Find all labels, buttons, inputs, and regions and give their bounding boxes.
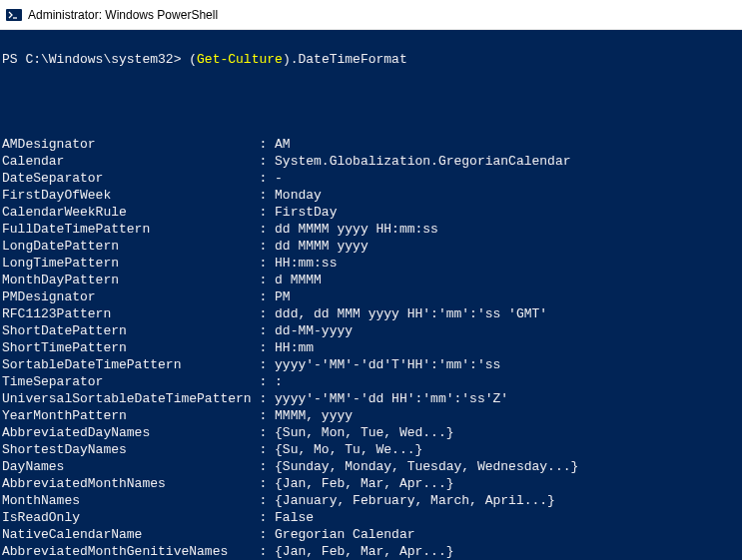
property-row: MonthNames : {January, February, March, … (2, 492, 740, 509)
property-value: MMMM, yyyy (275, 408, 353, 423)
property-value: ddd, dd MMM yyyy HH':'mm':'ss 'GMT' (275, 306, 547, 321)
property-row: TimeSeparator : : (2, 373, 740, 390)
property-value: False (275, 510, 314, 525)
property-name: RFC1123Pattern (2, 306, 259, 321)
property-row: DateSeparator : - (2, 170, 740, 187)
property-separator: : (259, 510, 275, 525)
property-separator: : (259, 544, 275, 559)
property-separator: : (259, 273, 275, 287)
property-separator: : (259, 408, 275, 423)
property-value: dd MMMM yyyy HH:mm:ss (275, 222, 438, 237)
window-titlebar[interactable]: Administrator: Windows PowerShell (0, 0, 742, 30)
property-name: FirstDayOfWeek (2, 188, 259, 203)
property-value: {Su, Mo, Tu, We...} (275, 442, 422, 457)
property-name: UniversalSortableDateTimePattern (2, 391, 259, 406)
property-row: AbbreviatedDayNames : {Sun, Mon, Tue, We… (2, 424, 740, 441)
property-separator: : (259, 306, 275, 321)
property-value: : (275, 374, 283, 389)
property-name: CalendarWeekRule (2, 205, 259, 220)
property-name: PMDesignator (2, 289, 259, 304)
property-name: TimeSeparator (2, 374, 259, 389)
property-value: HH:mm (275, 340, 314, 355)
property-separator: : (259, 493, 275, 508)
terminal-area[interactable]: PS C:\Windows\system32> (Get-Culture).Da… (0, 30, 742, 560)
property-value: Gregorian Calendar (275, 527, 414, 542)
property-name: AbbreviatedMonthGenitiveNames (2, 544, 259, 559)
property-separator: : (259, 205, 275, 220)
cmdlet-name: Get-Culture (197, 52, 283, 67)
property-row: ShortDatePattern : dd-MM-yyyy (2, 322, 740, 339)
property-separator: : (259, 323, 275, 338)
property-value: FirstDay (275, 205, 337, 220)
member-access: .DateTimeFormat (291, 52, 407, 67)
property-name: MonthDayPattern (2, 273, 259, 287)
property-name: DateSeparator (2, 171, 259, 186)
property-value: PM (275, 289, 291, 304)
property-name: AMDesignator (2, 137, 259, 152)
blank-line (2, 68, 740, 85)
property-name: YearMonthPattern (2, 408, 259, 423)
output-block: AMDesignator : AMCalendar : System.Globa… (2, 136, 740, 560)
property-separator: : (259, 222, 275, 237)
property-name: SortableDateTimePattern (2, 357, 259, 372)
property-separator: : (259, 239, 275, 254)
property-value: yyyy'-'MM'-'dd HH':'mm':'ss'Z' (275, 391, 508, 406)
property-name: ShortestDayNames (2, 442, 259, 457)
property-row: PMDesignator : PM (2, 288, 740, 305)
prompt-prefix: PS C:\Windows\system32> (2, 52, 189, 67)
property-name: IsReadOnly (2, 510, 259, 525)
property-value: {Sunday, Monday, Tuesday, Wednesday...} (275, 459, 578, 474)
close-paren: ) (283, 52, 291, 67)
property-name: MonthNames (2, 493, 259, 508)
property-value: {Sun, Mon, Tue, Wed...} (275, 425, 453, 440)
property-row: ShortestDayNames : {Su, Mo, Tu, We...} (2, 441, 740, 458)
property-row: YearMonthPattern : MMMM, yyyy (2, 407, 740, 424)
property-value: {January, February, March, April...} (275, 493, 555, 508)
property-row: CalendarWeekRule : FirstDay (2, 204, 740, 221)
property-row: DayNames : {Sunday, Monday, Tuesday, Wed… (2, 458, 740, 475)
property-row: NativeCalendarName : Gregorian Calendar (2, 526, 740, 543)
property-separator: : (259, 459, 275, 474)
property-value: Monday (275, 188, 322, 203)
property-name: NativeCalendarName (2, 527, 259, 542)
property-value: yyyy'-'MM'-'dd'T'HH':'mm':'ss (275, 357, 500, 372)
property-value: d MMMM (275, 273, 322, 287)
property-name: ShortTimePattern (2, 340, 259, 355)
property-name: DayNames (2, 459, 259, 474)
property-name: ShortDatePattern (2, 323, 259, 338)
property-row: FullDateTimePattern : dd MMMM yyyy HH:mm… (2, 221, 740, 238)
property-row: Calendar : System.Globalization.Gregoria… (2, 153, 740, 170)
property-row: AMDesignator : AM (2, 136, 740, 153)
property-row: MonthDayPattern : d MMMM (2, 272, 740, 288)
svg-rect-0 (6, 9, 22, 21)
blank-line (2, 102, 740, 119)
property-row: LongDatePattern : dd MMMM yyyy (2, 238, 740, 255)
property-separator: : (259, 442, 275, 457)
property-name: FullDateTimePattern (2, 222, 259, 237)
property-separator: : (259, 357, 275, 372)
powershell-icon (6, 7, 22, 23)
property-row: AbbreviatedMonthNames : {Jan, Feb, Mar, … (2, 475, 740, 492)
property-row: FirstDayOfWeek : Monday (2, 187, 740, 204)
property-value: dd-MM-yyyy (275, 323, 353, 338)
command-prompt-line: PS C:\Windows\system32> (Get-Culture).Da… (2, 52, 407, 67)
property-separator: : (259, 340, 275, 355)
property-name: AbbreviatedMonthNames (2, 476, 259, 491)
property-row: RFC1123Pattern : ddd, dd MMM yyyy HH':'m… (2, 305, 740, 322)
property-value: HH:mm:ss (275, 256, 337, 271)
property-separator: : (259, 256, 275, 271)
property-value: {Jan, Feb, Mar, Apr...} (275, 476, 453, 491)
property-row: SortableDateTimePattern : yyyy'-'MM'-'dd… (2, 356, 740, 373)
property-separator: : (259, 476, 275, 491)
property-value: System.Globalization.GregorianCalendar (275, 154, 570, 169)
property-row: IsReadOnly : False (2, 509, 740, 526)
window-title: Administrator: Windows PowerShell (28, 8, 218, 22)
property-separator: : (259, 154, 275, 169)
property-name: LongDatePattern (2, 239, 259, 254)
property-row: ShortTimePattern : HH:mm (2, 339, 740, 356)
property-separator: : (259, 425, 275, 440)
property-row: UniversalSortableDateTimePattern : yyyy'… (2, 390, 740, 407)
property-name: LongTimePattern (2, 256, 259, 271)
property-row: LongTimePattern : HH:mm:ss (2, 255, 740, 272)
property-separator: : (259, 171, 275, 186)
